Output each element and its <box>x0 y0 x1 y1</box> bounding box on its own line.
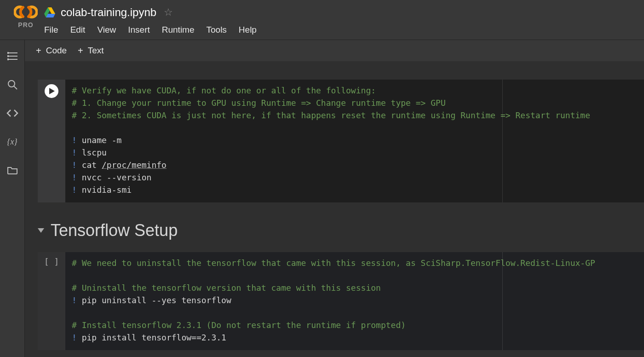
cell-toolbar: + Code + Text <box>25 40 644 61</box>
code-cell[interactable]: [ ] # We need to uninstall the tensorflo… <box>38 252 644 350</box>
workspace: {x} + Code + Text <box>0 40 644 357</box>
svg-marker-14 <box>49 88 55 94</box>
logo-column: PRO <box>7 4 44 29</box>
code-cell[interactable]: # Verify we have CUDA, if not do one or … <box>38 80 644 202</box>
menu-tools[interactable]: Tools <box>207 25 227 35</box>
title-area: colab-training.ipynb ☆ File Edit View In… <box>44 4 644 35</box>
add-text-button[interactable]: + Text <box>78 46 104 56</box>
menubar: File Edit View Insert Runtime Tools Help <box>44 25 644 35</box>
plus-icon: + <box>78 46 83 56</box>
search-icon[interactable] <box>6 79 18 91</box>
header: PRO colab-training.ipynb ☆ File Edit Vie… <box>0 0 644 40</box>
cell-gutter <box>38 80 65 202</box>
document-title[interactable]: colab-training.ipynb <box>61 6 156 19</box>
variables-icon[interactable]: {x} <box>6 136 18 148</box>
files-icon[interactable] <box>6 164 18 176</box>
menu-file[interactable]: File <box>44 25 58 35</box>
menu-runtime[interactable]: Runtime <box>162 25 195 35</box>
left-rail: {x} <box>0 40 25 357</box>
menu-help[interactable]: Help <box>239 25 257 35</box>
cell-gutter: [ ] <box>38 252 65 350</box>
plus-icon: + <box>36 46 41 56</box>
section-heading[interactable]: Tensorflow Setup <box>51 221 178 240</box>
menu-insert[interactable]: Insert <box>128 25 150 35</box>
add-text-label: Text <box>88 46 104 56</box>
collapse-section-icon[interactable] <box>38 228 44 233</box>
menu-view[interactable]: View <box>97 25 116 35</box>
code-snippets-icon[interactable] <box>6 107 18 119</box>
drive-icon <box>44 7 55 17</box>
toc-icon[interactable] <box>6 50 18 62</box>
svg-point-12 <box>8 81 15 87</box>
add-code-button[interactable]: + Code <box>36 46 67 56</box>
add-code-label: Code <box>46 46 67 56</box>
run-cell-button[interactable] <box>45 84 58 98</box>
execution-count[interactable]: [ ] <box>44 257 59 350</box>
code-editor[interactable]: # Verify we have CUDA, if not do one or … <box>65 80 644 202</box>
svg-line-13 <box>14 86 17 89</box>
menu-edit[interactable]: Edit <box>70 25 86 35</box>
main-area: + Code + Text # Verify we have CUDA, if … <box>25 40 644 357</box>
code-editor[interactable]: # We need to uninstall the tensorflow th… <box>65 252 644 350</box>
colab-logo-icon <box>14 5 38 19</box>
section-heading-row: Tensorflow Setup <box>38 221 644 240</box>
notebook: # Verify we have CUDA, if not do one or … <box>25 61 644 357</box>
logo-pro-label: PRO <box>18 21 33 29</box>
star-icon[interactable]: ☆ <box>164 6 173 18</box>
